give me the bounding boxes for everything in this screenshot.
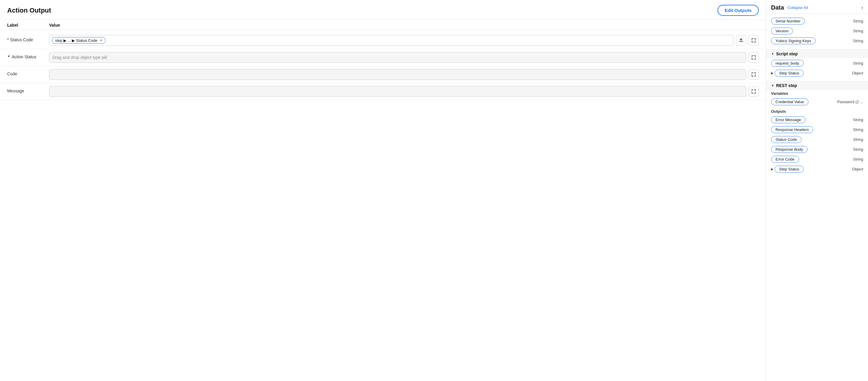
version-type: String [853, 29, 863, 33]
collapse-all-link[interactable]: Collapse All [787, 5, 808, 10]
action-status-label: ▼ Action Status [7, 52, 49, 59]
step-status-script-type: Object [852, 71, 863, 75]
svg-rect-0 [739, 41, 743, 42]
right-panel-title-row: Data Collapse All [771, 4, 808, 11]
status-code-pill-right[interactable]: Status Code [771, 136, 802, 143]
response-headers-type: String [853, 128, 863, 132]
yubico-pill[interactable]: Yubico Signing Keys [771, 37, 816, 44]
script-step-items: request_body String ▶ Step Status Object [766, 58, 868, 79]
edit-outputs-button[interactable]: Edit Outputs [717, 5, 759, 16]
response-body-pill[interactable]: Response Body [771, 146, 808, 153]
code-expand-button[interactable] [749, 69, 759, 79]
right-panel-header: Data Collapse All › [766, 0, 868, 14]
serial-number-type: String [853, 19, 863, 23]
step-status-rest-type: Object [852, 167, 863, 171]
step-status-rest-pill[interactable]: Step Status [775, 166, 804, 173]
outputs-sub-label: Outputs [766, 107, 868, 114]
right-panel-title: Data [771, 4, 784, 11]
status-code-content: step ▶ ... ▶ Status Code × [49, 35, 759, 46]
pill-close-icon[interactable]: × [100, 38, 102, 43]
data-item-version: Version String [771, 26, 863, 36]
page-title: Action Output [7, 7, 51, 14]
rest-step-label: ▼ REST step [766, 81, 868, 90]
data-item-serial-number: Serial Number String [771, 16, 863, 26]
step-status-script-pill[interactable]: Step Status [775, 70, 804, 76]
column-label: Label [7, 23, 49, 28]
error-code-pill[interactable]: Error Code [771, 156, 799, 163]
data-item-yubico: Yubico Signing Keys String [771, 36, 863, 46]
script-step-label: ▼ Script step [766, 49, 868, 58]
script-step-section: ▼ Script step request_body String ▶ Step… [766, 49, 868, 79]
code-input[interactable] [49, 69, 746, 80]
credential-value-type: Password (2 ... [837, 100, 863, 104]
rest-step-section: ▼ REST step Variables Credential Value P… [766, 81, 868, 175]
data-item-step-status-script: ▶ Step Status Object [771, 68, 863, 78]
error-message-type: String [853, 117, 863, 122]
rest-step-collapse-icon[interactable]: ▼ [771, 84, 774, 87]
script-step-collapse-icon[interactable]: ▼ [771, 52, 774, 56]
response-headers-pill[interactable]: Response Headers [771, 126, 813, 133]
data-item-credential-value: Credential Value Password (2 ... [771, 97, 863, 107]
form-rows: * Status Code step ▶ ... ▶ Status Code × [0, 30, 766, 103]
variables-sub-label: Variables [766, 90, 868, 96]
right-panel: Data Collapse All › Serial Number String… [766, 0, 868, 381]
request-body-type: String [853, 61, 863, 66]
version-pill[interactable]: Version [771, 28, 793, 34]
status-code-type-right: String [853, 137, 863, 142]
action-status-drag-drop[interactable]: Drag and drop object type pill [49, 52, 746, 63]
data-item-response-body: Response Body String [771, 144, 863, 154]
serial-number-pill[interactable]: Serial Number [771, 18, 805, 25]
step-status-expand-arrow[interactable]: ▶ [771, 71, 773, 75]
action-status-expand-button[interactable] [749, 52, 759, 63]
variables-items: Credential Value Password (2 ... [766, 96, 868, 107]
data-item-step-status-rest: ▶ Step Status Object [771, 164, 863, 174]
data-item-request-body: request_body String [771, 58, 863, 68]
status-code-pill-container[interactable]: step ▶ ... ▶ Status Code × [49, 35, 734, 46]
top-data-items: Serial Number String Version String Yubi… [766, 14, 868, 48]
message-expand-button[interactable] [749, 86, 759, 97]
collapse-arrow-icon[interactable]: ▼ [7, 55, 10, 58]
status-code-label: * Status Code [7, 35, 49, 42]
code-row: Code [0, 66, 766, 83]
required-star: * [7, 37, 9, 42]
message-input[interactable] [49, 86, 746, 97]
data-item-error-code: Error Code String [771, 154, 863, 164]
error-code-type: String [853, 157, 863, 162]
data-item-error-message: Error Message String [771, 115, 863, 125]
message-content [49, 86, 759, 97]
request-body-pill[interactable]: request_body [771, 60, 804, 67]
action-status-content: Drag and drop object type pill [49, 52, 759, 63]
credential-value-pill[interactable]: Credential Value [771, 98, 808, 105]
data-item-response-headers: Response Headers String [771, 125, 863, 135]
main-panel: Action Output Edit Outputs Label Value *… [0, 0, 766, 381]
upload-icon-button[interactable] [736, 35, 746, 45]
outputs-items: Error Message String Response Headers St… [766, 114, 868, 175]
action-status-row: ▼ Action Status Drag and drop object typ… [0, 49, 766, 66]
column-value: Value [49, 23, 60, 28]
data-item-status-code: Status Code String [771, 135, 863, 144]
expand-icon-button[interactable] [749, 35, 759, 45]
message-row: Message [0, 83, 766, 100]
main-header: Action Output Edit Outputs [0, 0, 766, 20]
code-label: Code [7, 69, 49, 76]
code-content [49, 69, 759, 80]
chevron-right-icon[interactable]: › [861, 4, 863, 11]
pill-text: step ▶ ... ▶ Status Code [55, 38, 97, 43]
rest-step-status-expand-arrow[interactable]: ▶ [771, 167, 773, 171]
status-code-pill[interactable]: step ▶ ... ▶ Status Code × [52, 37, 106, 44]
error-message-pill[interactable]: Error Message [771, 116, 805, 123]
response-body-type: String [853, 147, 863, 151]
table-header: Label Value [0, 20, 766, 30]
status-code-row: * Status Code step ▶ ... ▶ Status Code × [0, 32, 766, 49]
message-label: Message [7, 86, 49, 93]
yubico-type: String [853, 39, 863, 43]
